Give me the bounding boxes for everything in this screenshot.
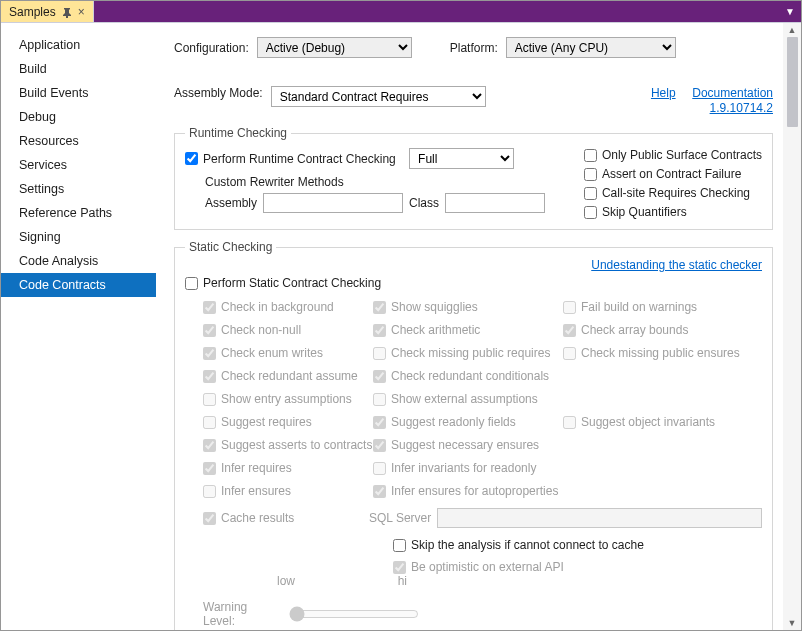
static-opt-nn-label: Check non-null: [221, 323, 301, 337]
static-opt-sea-checkbox: [203, 393, 216, 406]
document-tab[interactable]: Samples ×: [1, 1, 94, 22]
sidebar-item-code-contracts[interactable]: Code Contracts: [1, 273, 156, 297]
sidebar-item-settings[interactable]: Settings: [1, 177, 156, 201]
static-opt-sr: Suggest requires: [203, 415, 373, 429]
static-opt-iea-label: Infer ensures for autoproperties: [391, 484, 558, 498]
assembly-mode-select[interactable]: Standard Contract Requires: [271, 86, 486, 107]
static-opt-bg-label: Check in background: [221, 300, 334, 314]
static-opt-bg: Check in background: [203, 300, 373, 314]
warning-level-slider: [289, 606, 419, 622]
skip-cache-label: Skip the analysis if cannot connect to c…: [411, 538, 644, 552]
sidebar: ApplicationBuildBuild EventsDebugResourc…: [1, 23, 156, 630]
class-field-label: Class: [409, 196, 439, 210]
static-opt-sr-label: Suggest requires: [221, 415, 312, 429]
sql-server-label: SQL Server: [369, 511, 431, 525]
skip-cache-checkbox[interactable]: [393, 539, 406, 552]
perform-static-label: Perform Static Contract Checking: [203, 276, 381, 290]
assert-failure-label: Assert on Contract Failure: [602, 167, 741, 181]
sidebar-item-signing[interactable]: Signing: [1, 225, 156, 249]
static-opt-rc: Check redundant conditionals: [373, 369, 563, 383]
static-opt-ab-checkbox: [563, 324, 576, 337]
skip-quantifiers-checkbox[interactable]: [584, 206, 597, 219]
callsite-label: Call-site Requires Checking: [602, 186, 750, 200]
version-link[interactable]: 1.9.10714.2: [710, 101, 773, 115]
static-opt-nn-checkbox: [203, 324, 216, 337]
scroll-up-icon[interactable]: ▲: [788, 25, 797, 35]
sidebar-item-build-events[interactable]: Build Events: [1, 81, 156, 105]
sidebar-item-code-analysis[interactable]: Code Analysis: [1, 249, 156, 273]
sidebar-item-reference-paths[interactable]: Reference Paths: [1, 201, 156, 225]
assert-failure-checkbox[interactable]: [584, 168, 597, 181]
static-opt-sq-label: Show squigglies: [391, 300, 478, 314]
static-opt-soi-label: Suggest object invariants: [581, 415, 715, 429]
static-opt-sexa: Show external assumptions: [373, 392, 563, 406]
only-public-label: Only Public Surface Contracts: [602, 148, 762, 162]
optimistic-checkbox: [393, 561, 406, 574]
documentation-link[interactable]: Documentation: [692, 86, 773, 100]
static-opt-mpr-label: Check missing public requires: [391, 346, 550, 360]
vertical-scrollbar[interactable]: ▲ ▼: [783, 23, 801, 630]
static-opt-iea: Infer ensures for autoproperties: [373, 484, 563, 498]
callsite-checkbox[interactable]: [584, 187, 597, 200]
static-opt-iir-checkbox: [373, 462, 386, 475]
pin-icon[interactable]: [62, 7, 72, 17]
static-opt-ir-label: Infer requires: [221, 461, 292, 475]
sidebar-item-application[interactable]: Application: [1, 33, 156, 57]
static-opt-bg-checkbox: [203, 301, 216, 314]
static-opt-srf-checkbox: [373, 416, 386, 429]
static-opt-srf: Suggest readonly fields: [373, 415, 563, 429]
static-opt-fail-label: Fail build on warnings: [581, 300, 697, 314]
static-opt-ra-checkbox: [203, 370, 216, 383]
static-opt-sac: Suggest asserts to contracts: [203, 438, 373, 452]
perform-static-row: Perform Static Contract Checking: [185, 276, 762, 290]
static-opt-iir: Infer invariants for readonly: [373, 461, 563, 475]
static-opt-sexa-checkbox: [373, 393, 386, 406]
static-opt-ew: Check enum writes: [203, 346, 373, 360]
custom-rewriter-header: Custom Rewriter Methods: [205, 175, 570, 189]
sidebar-item-resources[interactable]: Resources: [1, 129, 156, 153]
static-opt-ab: Check array bounds: [563, 323, 753, 337]
static-opt-ir-checkbox: [203, 462, 216, 475]
scroll-thumb[interactable]: [787, 37, 798, 127]
static-opt-ar: Check arithmetic: [373, 323, 563, 337]
scroll-down-icon[interactable]: ▼: [788, 618, 797, 628]
sidebar-item-build[interactable]: Build: [1, 57, 156, 81]
help-link[interactable]: Help: [651, 86, 676, 100]
perform-static-checkbox[interactable]: [185, 277, 198, 290]
configuration-select[interactable]: Active (Debug): [257, 37, 412, 58]
close-icon[interactable]: ×: [78, 5, 85, 19]
static-opt-ar-checkbox: [373, 324, 386, 337]
static-opt-ar-label: Check arithmetic: [391, 323, 480, 337]
only-public-checkbox[interactable]: [584, 149, 597, 162]
static-opt-ir: Infer requires: [203, 461, 373, 475]
static-opt-sac-label: Suggest asserts to contracts: [221, 438, 372, 452]
sidebar-item-services[interactable]: Services: [1, 153, 156, 177]
static-opt-ie: Infer ensures: [203, 484, 373, 498]
static-opt-sne: Suggest necessary ensures: [373, 438, 563, 452]
platform-select[interactable]: Active (Any CPU): [506, 37, 676, 58]
static-opt-ie-label: Infer ensures: [221, 484, 291, 498]
static-opt-srf-label: Suggest readonly fields: [391, 415, 516, 429]
static-opt-sr-checkbox: [203, 416, 216, 429]
static-opt-sac-checkbox: [203, 439, 216, 452]
runtime-legend: Runtime Checking: [185, 126, 291, 140]
assembly-input[interactable]: [263, 193, 403, 213]
cache-results-checkbox: [203, 512, 216, 525]
static-opt-sea-label: Show entry assumptions: [221, 392, 352, 406]
understanding-link[interactable]: Undestanding the static checker: [591, 258, 762, 272]
static-opt-mpe-label: Check missing public ensures: [581, 346, 740, 360]
sidebar-item-debug[interactable]: Debug: [1, 105, 156, 129]
static-opt-ew-label: Check enum writes: [221, 346, 323, 360]
class-input[interactable]: [445, 193, 545, 213]
static-opt-sq-checkbox: [373, 301, 386, 314]
perform-runtime-checkbox-row: Perform Runtime Contract Checking Full: [185, 148, 570, 169]
perform-runtime-checkbox[interactable]: [185, 152, 198, 165]
warn-low-label: low: [277, 574, 295, 588]
chevron-down-icon[interactable]: ▼: [785, 6, 795, 17]
runtime-level-select[interactable]: Full: [409, 148, 514, 169]
tab-title: Samples: [9, 5, 56, 19]
static-opt-rc-label: Check redundant conditionals: [391, 369, 549, 383]
assembly-mode-label: Assembly Mode:: [174, 86, 263, 100]
static-opt-fail: Fail build on warnings: [563, 300, 753, 314]
static-opt-rc-checkbox: [373, 370, 386, 383]
